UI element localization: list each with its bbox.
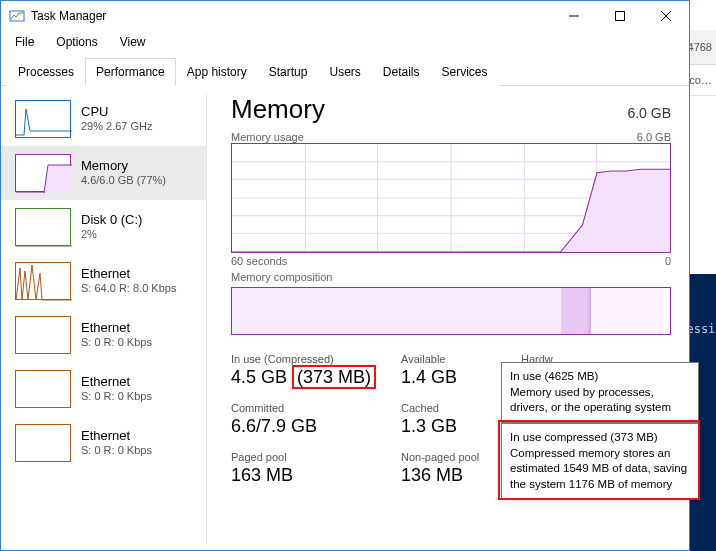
sidebar-memory-label: Memory [81, 158, 166, 174]
composition-seg-in-use[interactable] [232, 288, 562, 334]
inuse-value: 4.5 GB (373 MB) [231, 367, 401, 388]
menubar: File Options View [1, 31, 689, 57]
composition-seg-compressed[interactable] [561, 288, 589, 334]
inuse-compressed-value: (373 MB) [292, 365, 376, 389]
sidebar-item-cpu[interactable]: CPU 29% 2.67 GHz [1, 92, 206, 146]
memory-composition-chart[interactable] [231, 287, 671, 335]
tab-startup[interactable]: Startup [258, 58, 319, 86]
sidebar-eth2-sub: S: 0 R: 0 Kbps [81, 390, 152, 404]
usage-chart-label: Memory usage [231, 131, 304, 143]
tooltip-inuse: In use (4625 MB) Memory used by processe… [501, 362, 699, 423]
tab-app-history[interactable]: App history [176, 58, 258, 86]
sidebar-cpu-sub: 29% 2.67 GHz [81, 120, 153, 134]
svg-rect-2 [616, 12, 625, 21]
sidebar-item-ethernet-2[interactable]: Ethernet S: 0 R: 0 Kbps [1, 362, 206, 416]
composition-seg-free[interactable] [664, 288, 671, 334]
sidebar-eth0-sub: S: 64.0 R: 8.0 Kbps [81, 282, 176, 296]
menu-options[interactable]: Options [52, 33, 101, 51]
sidebar-item-disk0[interactable]: Disk 0 (C:) 2% [1, 200, 206, 254]
titlebar[interactable]: Task Manager [1, 1, 689, 31]
tab-users[interactable]: Users [318, 58, 371, 86]
sidebar-eth1-label: Ethernet [81, 320, 152, 336]
sidebar-eth2-label: Ethernet [81, 374, 152, 390]
cpu-spark-icon [15, 100, 71, 138]
window-title: Task Manager [31, 9, 106, 23]
annotation-redbox [498, 420, 700, 500]
memory-spark-icon [15, 154, 71, 192]
disk-spark-icon [15, 208, 71, 246]
sidebar-eth3-sub: S: 0 R: 0 Kbps [81, 444, 152, 458]
minimize-button[interactable] [551, 1, 597, 31]
close-button[interactable] [643, 1, 689, 31]
memory-usage-chart[interactable] [231, 143, 671, 253]
committed-value: 6.6/7.9 GB [231, 416, 401, 437]
task-manager-icon [9, 8, 25, 24]
sidebar-eth3-label: Ethernet [81, 428, 152, 444]
sidebar-item-ethernet-3[interactable]: Ethernet S: 0 R: 0 Kbps [1, 416, 206, 470]
inuse-caption: In use (Compressed) [231, 353, 401, 365]
tab-details[interactable]: Details [372, 58, 431, 86]
sidebar-eth0-label: Ethernet [81, 266, 176, 282]
tab-services[interactable]: Services [431, 58, 499, 86]
ethernet3-spark-icon [15, 424, 71, 462]
page-title: Memory [231, 94, 325, 125]
usage-chart-max: 6.0 GB [637, 131, 671, 143]
usage-axis-left: 60 seconds [231, 255, 287, 267]
sidebar-memory-sub: 4.6/6.0 GB (77%) [81, 174, 166, 188]
sidebar-item-ethernet-1[interactable]: Ethernet S: 0 R: 0 Kbps [1, 308, 206, 362]
menu-view[interactable]: View [116, 33, 150, 51]
menu-file[interactable]: File [11, 33, 38, 51]
usage-axis-right: 0 [665, 255, 671, 267]
tab-processes[interactable]: Processes [7, 58, 85, 86]
sidebar-item-memory[interactable]: Memory 4.6/6.0 GB (77%) [1, 146, 206, 200]
pagedpool-caption: Paged pool [231, 451, 401, 463]
ethernet0-spark-icon [15, 262, 71, 300]
sidebar-disk-sub: 2% [81, 228, 142, 242]
maximize-button[interactable] [597, 1, 643, 31]
composition-seg-standby[interactable] [591, 288, 665, 334]
pagedpool-value: 163 MB [231, 465, 401, 486]
sidebar-eth1-sub: S: 0 R: 0 Kbps [81, 336, 152, 350]
tab-performance[interactable]: Performance [85, 58, 176, 86]
composition-label: Memory composition [231, 271, 332, 283]
sidebar-item-ethernet-0[interactable]: Ethernet S: 64.0 R: 8.0 Kbps [1, 254, 206, 308]
performance-sidebar: CPU 29% 2.67 GHz Memory 4.6/6.0 GB (77%) [1, 86, 206, 551]
sidebar-disk-label: Disk 0 (C:) [81, 212, 142, 228]
sidebar-cpu-label: CPU [81, 104, 153, 120]
memory-total: 6.0 GB [627, 105, 671, 121]
committed-caption: Committed [231, 402, 401, 414]
ethernet2-spark-icon [15, 370, 71, 408]
svg-marker-5 [16, 165, 72, 193]
tabstrip: Processes Performance App history Startu… [1, 57, 689, 86]
ethernet1-spark-icon [15, 316, 71, 354]
